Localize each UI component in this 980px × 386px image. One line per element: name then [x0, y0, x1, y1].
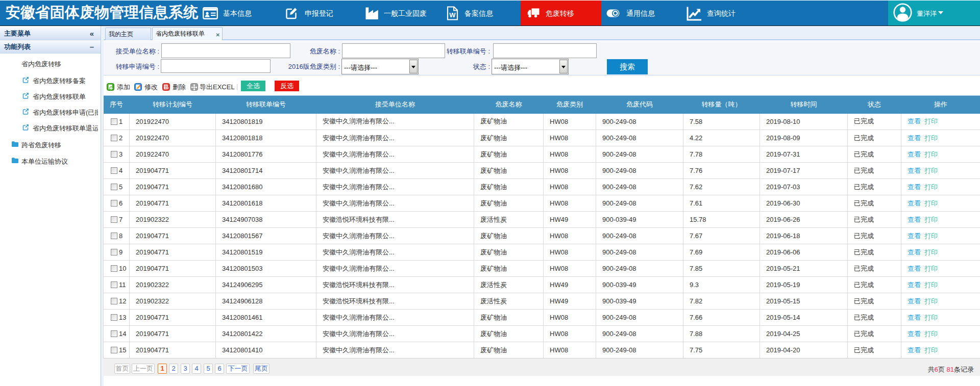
svg-text:W: W — [449, 11, 456, 19]
